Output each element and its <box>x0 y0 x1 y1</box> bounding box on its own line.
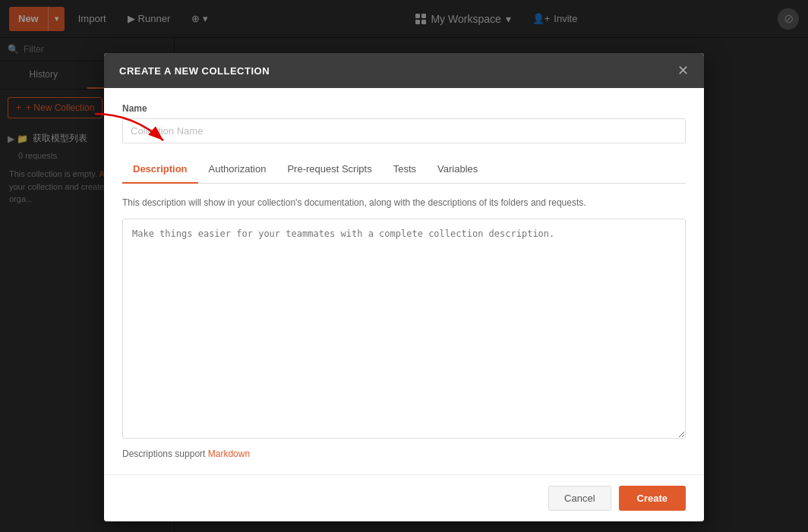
markdown-link[interactable]: Markdown <box>208 449 250 459</box>
tab-authorization[interactable]: Authorization <box>198 156 277 184</box>
collection-name-input[interactable] <box>122 118 686 143</box>
tab-variables[interactable]: Variables <box>427 156 488 184</box>
modal-body: Name Description Authorization Pre-reque… <box>104 88 704 474</box>
modal-title: CREATE A NEW COLLECTION <box>119 65 270 77</box>
description-textarea[interactable] <box>122 219 686 439</box>
modal-header: CREATE A NEW COLLECTION ✕ <box>104 53 704 88</box>
markdown-note-prefix: Descriptions support <box>122 449 208 459</box>
create-collection-modal: CREATE A NEW COLLECTION ✕ Name Descripti… <box>104 53 704 521</box>
tab-description[interactable]: Description <box>122 156 198 184</box>
create-button[interactable]: Create <box>619 486 686 511</box>
description-hint: This description will show in your colle… <box>122 196 686 209</box>
modal-footer: Cancel Create <box>104 474 704 521</box>
markdown-note: Descriptions support Markdown <box>122 449 686 459</box>
cancel-button[interactable]: Cancel <box>548 486 611 511</box>
modal-tabs: Description Authorization Pre-request Sc… <box>122 156 686 184</box>
modal-close-button[interactable]: ✕ <box>677 64 689 77</box>
name-field-label: Name <box>122 103 686 114</box>
modal-overlay: CREATE A NEW COLLECTION ✕ Name Descripti… <box>0 0 808 532</box>
tab-pre-request[interactable]: Pre-request Scripts <box>276 156 382 184</box>
tab-tests[interactable]: Tests <box>383 156 427 184</box>
